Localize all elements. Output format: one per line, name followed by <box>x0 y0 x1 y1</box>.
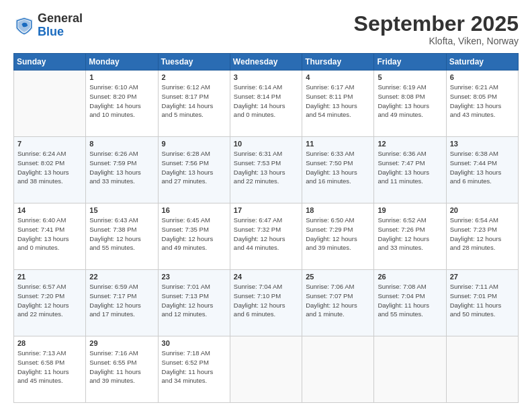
header-wednesday: Wednesday <box>230 54 302 71</box>
day-info: Sunrise: 7:13 AM Sunset: 6:58 PM Dayligh… <box>17 349 82 385</box>
day-number: 10 <box>234 140 298 148</box>
table-row: 27Sunrise: 7:11 AM Sunset: 7:01 PM Dayli… <box>446 270 518 336</box>
day-number: 4 <box>306 73 370 81</box>
weekday-header-row: Sunday Monday Tuesday Wednesday Thursday… <box>14 54 519 71</box>
table-row: 20Sunrise: 6:54 AM Sunset: 7:23 PM Dayli… <box>446 203 518 270</box>
day-info: Sunrise: 6:24 AM Sunset: 8:02 PM Dayligh… <box>17 149 82 186</box>
day-info: Sunrise: 6:19 AM Sunset: 8:08 PM Dayligh… <box>378 83 442 120</box>
table-row: 4Sunrise: 6:17 AM Sunset: 8:11 PM Daylig… <box>302 71 374 137</box>
table-row: 28Sunrise: 7:13 AM Sunset: 6:58 PM Dayli… <box>14 336 86 403</box>
day-number: 6 <box>450 73 515 81</box>
day-info: Sunrise: 6:12 AM Sunset: 8:17 PM Dayligh… <box>162 83 226 120</box>
day-number: 8 <box>89 140 154 148</box>
table-row: 22Sunrise: 6:59 AM Sunset: 7:17 PM Dayli… <box>86 270 158 336</box>
day-number: 12 <box>378 140 442 148</box>
day-number: 1 <box>89 73 154 81</box>
table-row: 23Sunrise: 7:01 AM Sunset: 7:13 PM Dayli… <box>158 270 230 336</box>
day-info: Sunrise: 6:14 AM Sunset: 8:14 PM Dayligh… <box>234 83 298 120</box>
table-row: 19Sunrise: 6:52 AM Sunset: 7:26 PM Dayli… <box>374 203 446 270</box>
table-row <box>230 336 302 403</box>
day-info: Sunrise: 6:50 AM Sunset: 7:29 PM Dayligh… <box>306 216 370 253</box>
day-number: 29 <box>89 339 154 347</box>
day-info: Sunrise: 6:10 AM Sunset: 8:20 PM Dayligh… <box>89 83 154 120</box>
table-row: 26Sunrise: 7:08 AM Sunset: 7:04 PM Dayli… <box>374 270 446 336</box>
day-info: Sunrise: 6:40 AM Sunset: 7:41 PM Dayligh… <box>17 216 82 253</box>
day-info: Sunrise: 6:47 AM Sunset: 7:32 PM Dayligh… <box>234 216 298 253</box>
table-row: 8Sunrise: 6:26 AM Sunset: 7:59 PM Daylig… <box>86 137 158 203</box>
calendar: Sunday Monday Tuesday Wednesday Thursday… <box>13 53 519 403</box>
table-row: 21Sunrise: 6:57 AM Sunset: 7:20 PM Dayli… <box>14 270 86 336</box>
day-info: Sunrise: 7:06 AM Sunset: 7:07 PM Dayligh… <box>306 282 370 319</box>
day-info: Sunrise: 6:21 AM Sunset: 8:05 PM Dayligh… <box>450 83 515 120</box>
day-info: Sunrise: 6:31 AM Sunset: 7:53 PM Dayligh… <box>234 149 298 186</box>
day-number: 5 <box>378 73 442 81</box>
page: General Blue September 2025 Klofta, Vike… <box>0 0 532 411</box>
table-row: 13Sunrise: 6:38 AM Sunset: 7:44 PM Dayli… <box>446 137 518 203</box>
day-number: 21 <box>17 273 82 281</box>
table-row <box>302 336 374 403</box>
day-number: 3 <box>234 73 298 81</box>
day-info: Sunrise: 7:16 AM Sunset: 6:55 PM Dayligh… <box>89 349 154 385</box>
day-info: Sunrise: 7:01 AM Sunset: 7:13 PM Dayligh… <box>162 282 226 319</box>
table-row: 6Sunrise: 6:21 AM Sunset: 8:05 PM Daylig… <box>446 71 518 137</box>
table-row: 3Sunrise: 6:14 AM Sunset: 8:14 PM Daylig… <box>230 71 302 137</box>
day-number: 25 <box>306 273 370 281</box>
day-number: 22 <box>89 273 154 281</box>
day-info: Sunrise: 6:38 AM Sunset: 7:44 PM Dayligh… <box>450 149 515 186</box>
table-row: 24Sunrise: 7:04 AM Sunset: 7:10 PM Dayli… <box>230 270 302 336</box>
logo-general: General <box>38 12 83 26</box>
day-number: 16 <box>162 206 226 214</box>
day-info: Sunrise: 7:08 AM Sunset: 7:04 PM Dayligh… <box>378 282 442 319</box>
day-number: 9 <box>162 140 226 148</box>
calendar-week-row-5: 28Sunrise: 7:13 AM Sunset: 6:58 PM Dayli… <box>14 336 519 403</box>
table-row: 1Sunrise: 6:10 AM Sunset: 8:20 PM Daylig… <box>86 71 158 137</box>
day-number: 20 <box>450 206 515 214</box>
table-row <box>446 336 518 403</box>
day-number: 18 <box>306 206 370 214</box>
header-tuesday: Tuesday <box>158 54 230 71</box>
logo: General Blue <box>13 12 83 39</box>
table-row: 2Sunrise: 6:12 AM Sunset: 8:17 PM Daylig… <box>158 71 230 137</box>
day-number: 28 <box>17 339 82 347</box>
header: General Blue September 2025 Klofta, Vike… <box>13 12 519 46</box>
day-info: Sunrise: 6:17 AM Sunset: 8:11 PM Dayligh… <box>306 83 370 120</box>
day-info: Sunrise: 7:04 AM Sunset: 7:10 PM Dayligh… <box>234 282 298 319</box>
header-thursday: Thursday <box>302 54 374 71</box>
day-info: Sunrise: 6:28 AM Sunset: 7:56 PM Dayligh… <box>162 149 226 186</box>
day-number: 27 <box>450 273 515 281</box>
logo-blue: Blue <box>38 26 83 39</box>
day-info: Sunrise: 6:52 AM Sunset: 7:26 PM Dayligh… <box>378 216 442 253</box>
table-row: 10Sunrise: 6:31 AM Sunset: 7:53 PM Dayli… <box>230 137 302 203</box>
day-info: Sunrise: 6:43 AM Sunset: 7:38 PM Dayligh… <box>89 216 154 253</box>
table-row: 5Sunrise: 6:19 AM Sunset: 8:08 PM Daylig… <box>374 71 446 137</box>
table-row: 18Sunrise: 6:50 AM Sunset: 7:29 PM Dayli… <box>302 203 374 270</box>
day-number: 24 <box>234 273 298 281</box>
day-number: 11 <box>306 140 370 148</box>
logo-icon <box>13 15 35 36</box>
table-row: 25Sunrise: 7:06 AM Sunset: 7:07 PM Dayli… <box>302 270 374 336</box>
table-row: 16Sunrise: 6:45 AM Sunset: 7:35 PM Dayli… <box>158 203 230 270</box>
table-row: 14Sunrise: 6:40 AM Sunset: 7:41 PM Dayli… <box>14 203 86 270</box>
day-info: Sunrise: 6:54 AM Sunset: 7:23 PM Dayligh… <box>450 216 515 253</box>
day-info: Sunrise: 6:33 AM Sunset: 7:50 PM Dayligh… <box>306 149 370 186</box>
table-row: 12Sunrise: 6:36 AM Sunset: 7:47 PM Dayli… <box>374 137 446 203</box>
table-row: 15Sunrise: 6:43 AM Sunset: 7:38 PM Dayli… <box>86 203 158 270</box>
calendar-week-row-4: 21Sunrise: 6:57 AM Sunset: 7:20 PM Dayli… <box>14 270 519 336</box>
table-row: 9Sunrise: 6:28 AM Sunset: 7:56 PM Daylig… <box>158 137 230 203</box>
day-info: Sunrise: 7:11 AM Sunset: 7:01 PM Dayligh… <box>450 282 515 319</box>
day-number: 17 <box>234 206 298 214</box>
logo-text: General Blue <box>38 12 83 39</box>
table-row: 29Sunrise: 7:16 AM Sunset: 6:55 PM Dayli… <box>86 336 158 403</box>
day-number: 30 <box>162 339 226 347</box>
table-row: 7Sunrise: 6:24 AM Sunset: 8:02 PM Daylig… <box>14 137 86 203</box>
day-info: Sunrise: 6:26 AM Sunset: 7:59 PM Dayligh… <box>89 149 154 186</box>
day-info: Sunrise: 6:36 AM Sunset: 7:47 PM Dayligh… <box>378 149 442 186</box>
day-number: 13 <box>450 140 515 148</box>
header-saturday: Saturday <box>446 54 518 71</box>
day-number: 19 <box>378 206 442 214</box>
title-block: September 2025 Klofta, Viken, Norway <box>354 12 519 46</box>
calendar-week-row-3: 14Sunrise: 6:40 AM Sunset: 7:41 PM Dayli… <box>14 203 519 270</box>
table-row: 11Sunrise: 6:33 AM Sunset: 7:50 PM Dayli… <box>302 137 374 203</box>
table-row <box>374 336 446 403</box>
day-info: Sunrise: 7:18 AM Sunset: 6:52 PM Dayligh… <box>162 349 226 385</box>
